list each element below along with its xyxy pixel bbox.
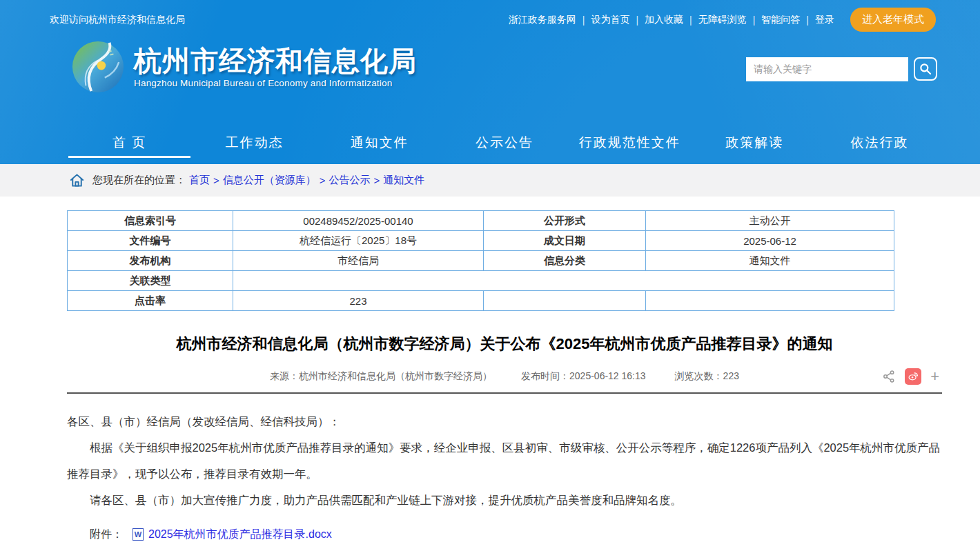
welcome-text: 欢迎访问杭州市经济和信息化局 xyxy=(50,14,185,26)
main-navigation: 首 页 工作动态 通知文件 公示公告 行政规范性文件 政策解读 依法行政 xyxy=(67,121,942,164)
site-title-block: 杭州市经济和信息化局 Hangzhou Municipal Bureau of … xyxy=(134,46,417,88)
link-add-favorite[interactable]: 加入收藏 xyxy=(638,14,689,26)
disclosure-form-label: 公开形式 xyxy=(484,211,646,231)
nav-item-administrative-normative-documents[interactable]: 行政规范性文件 xyxy=(567,121,692,164)
top-utility-bar: 欢迎访问杭州市经济和信息化局 浙江政务服务网 | 设为首页 | 加入收藏 | 无… xyxy=(0,0,980,32)
article-source: 来源：杭州市经济和信息化局（杭州市数字经济局） xyxy=(270,370,492,383)
breadcrumb: 您现在所在的位置： 首页 > 信息公开（资源库） > 公告公示 > 通知文件 xyxy=(0,164,980,197)
disclosure-form-value: 主动公开 xyxy=(646,211,894,231)
table-row: 点击率 223 xyxy=(68,291,894,311)
breadcrumb-separator: > xyxy=(374,174,380,186)
site-name-english: Hangzhou Municipal Bureau of Economy and… xyxy=(134,78,417,88)
site-header: 欢迎访问杭州市经济和信息化局 浙江政务服务网 | 设为首页 | 加入收藏 | 无… xyxy=(0,0,980,164)
link-login[interactable]: 登录 xyxy=(809,14,841,26)
table-row: 发布机构 市经信局 信息分类 通知文件 xyxy=(68,251,894,271)
weibo-share-icon[interactable] xyxy=(905,368,921,385)
site-name: 杭州市经济和信息化局 xyxy=(134,46,417,76)
info-index-value: 002489452/2025-00140 xyxy=(233,211,484,231)
article-view-count: 浏览次数：223 xyxy=(675,370,739,383)
issue-date-label: 成文日期 xyxy=(484,231,646,251)
site-search xyxy=(746,57,937,81)
document-number-value: 杭经信运行〔2025〕18号 xyxy=(233,231,484,251)
table-row: 文件编号 杭经信运行〔2025〕18号 成文日期 2025-06-12 xyxy=(68,231,894,251)
link-zhejiang-gov-service[interactable]: 浙江政务服务网 xyxy=(502,14,582,26)
home-icon[interactable] xyxy=(69,172,85,188)
attachment-label: 附件： xyxy=(90,528,123,542)
document-number-label: 文件编号 xyxy=(68,231,233,251)
nav-item-work-news[interactable]: 工作动态 xyxy=(192,121,317,164)
article-content: 信息索引号 002489452/2025-00140 公开形式 主动公开 文件编… xyxy=(67,210,942,542)
nav-item-policy-interpretation[interactable]: 政策解读 xyxy=(692,121,817,164)
link-smart-qa[interactable]: 智能问答 xyxy=(755,14,806,26)
info-category-label: 信息分类 xyxy=(484,251,646,271)
related-type-label: 关联类型 xyxy=(68,271,233,291)
search-input[interactable] xyxy=(746,57,908,81)
share-toolbar: + xyxy=(882,367,939,386)
bureau-logo[interactable] xyxy=(71,40,125,94)
empty-cell xyxy=(484,291,646,311)
link-set-homepage[interactable]: 设为首页 xyxy=(585,14,636,26)
breadcrumb-separator: > xyxy=(320,174,326,186)
breadcrumb-info-disclosure[interactable]: 信息公开（资源库） xyxy=(223,174,316,187)
meta-divider xyxy=(67,392,942,394)
article-meta: 来源：杭州市经济和信息化局（杭州市数字经济局） 发布时间：2025-06-12 … xyxy=(67,367,942,386)
breadcrumb-notice-documents[interactable]: 通知文件 xyxy=(383,174,424,187)
attachment-link[interactable]: 2025年杭州市优质产品推荐目录.docx xyxy=(148,528,332,542)
nav-item-law-based-administration[interactable]: 依法行政 xyxy=(817,121,942,164)
click-rate-label: 点击率 xyxy=(68,291,233,311)
related-type-value xyxy=(233,271,894,291)
article-publish-time: 发布时间：2025-06-12 16:13 xyxy=(521,370,646,383)
word-document-icon: W xyxy=(133,528,144,541)
breadcrumb-label: 您现在所在的位置： xyxy=(92,174,186,187)
breadcrumb-separator: > xyxy=(213,174,219,186)
document-info-table: 信息索引号 002489452/2025-00140 公开形式 主动公开 文件编… xyxy=(67,210,894,311)
table-row: 信息索引号 002489452/2025-00140 公开形式 主动公开 xyxy=(68,211,894,231)
top-utility-links: 浙江政务服务网 | 设为首页 | 加入收藏 | 无障碍浏览 | 智能问答 | 登… xyxy=(502,8,936,32)
click-rate-value: 223 xyxy=(233,291,484,311)
search-icon xyxy=(919,62,932,76)
share-icon[interactable] xyxy=(882,370,896,383)
breadcrumb-announcements[interactable]: 公告公示 xyxy=(329,174,371,187)
link-accessibility[interactable]: 无障碍浏览 xyxy=(692,14,753,26)
info-index-label: 信息索引号 xyxy=(68,211,233,231)
paragraph-salutation: 各区、县（市）经信局（发改经信局、经信科技局）： xyxy=(67,408,942,434)
brand-bar: 杭州市经济和信息化局 Hangzhou Municipal Bureau of … xyxy=(0,32,980,94)
issuing-agency-value: 市经信局 xyxy=(233,251,484,271)
search-button[interactable] xyxy=(914,57,937,81)
breadcrumb-home[interactable]: 首页 xyxy=(189,174,210,187)
empty-cell xyxy=(646,291,894,311)
nav-item-home[interactable]: 首 页 xyxy=(67,121,192,164)
article-title: 杭州市经济和信息化局（杭州市数字经济局）关于公布《2025年杭州市优质产品推荐目… xyxy=(67,334,942,355)
info-category-value: 通知文件 xyxy=(646,251,894,271)
issue-date-value: 2025-06-12 xyxy=(646,231,894,251)
issuing-agency-label: 发布机构 xyxy=(68,251,233,271)
elder-mode-button[interactable]: 进入老年模式 xyxy=(850,8,936,32)
paragraph-main: 根据《关于组织申报2025年杭州市优质产品推荐目录的通知》要求，经企业申报、区县… xyxy=(67,434,942,487)
attachment-row: 附件： W 2025年杭州市优质产品推荐目录.docx xyxy=(67,528,942,542)
paragraph-closing: 请各区、县（市）加大宣传推广力度，助力产品供需匹配和产业链上下游对接，提升优质杭… xyxy=(67,487,942,513)
article-body: 各区、县（市）经信局（发改经信局、经信科技局）： 根据《关于组织申报2025年杭… xyxy=(67,408,942,513)
nav-item-public-announcements[interactable]: 公示公告 xyxy=(442,121,567,164)
table-row: 关联类型 xyxy=(68,271,894,291)
nav-item-notice-documents[interactable]: 通知文件 xyxy=(317,121,442,164)
more-share-icon[interactable]: + xyxy=(930,369,939,384)
